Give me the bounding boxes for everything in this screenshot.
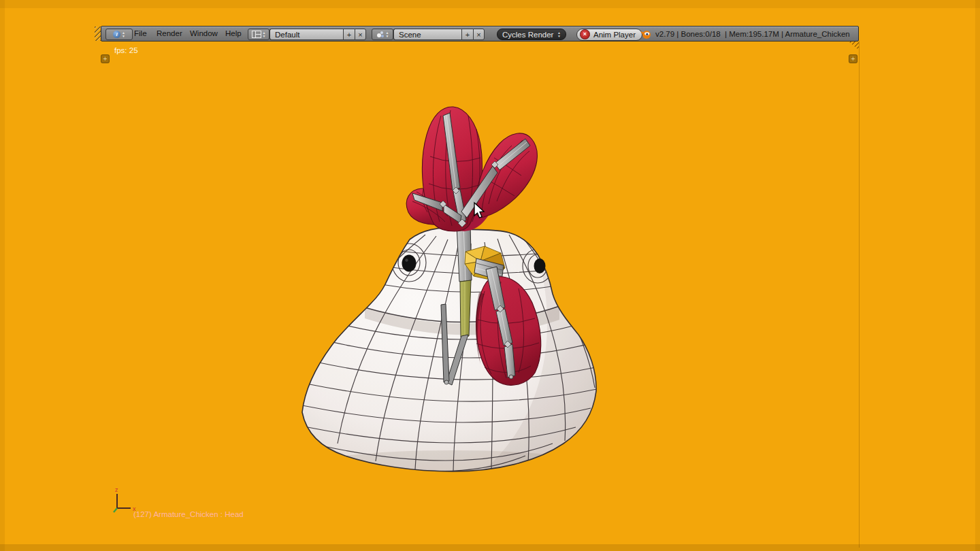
eye-right[interactable] <box>534 258 546 273</box>
close-layout-button[interactable]: × <box>355 29 366 40</box>
screen-layout-icon <box>252 31 261 38</box>
fps-counter: fps: 25 <box>114 46 138 54</box>
chevron-updown-icon: ▲▼ <box>386 31 389 38</box>
add-scene-button[interactable]: + <box>461 29 473 40</box>
chevron-updown-icon: ▲▼ <box>263 31 266 38</box>
chevron-updown-icon: ▲▼ <box>122 31 125 38</box>
frame-shade-left <box>0 0 5 551</box>
status-stats-text: v2.79 | Bones:0/18 | Mem:195.17M | Armat… <box>655 30 850 38</box>
frame-shade-right <box>975 0 980 551</box>
viewport-status-text: (127) Armature_Chicken : Head <box>133 510 244 518</box>
render-engine-select[interactable]: Cycles Render ▲▼ <box>497 29 566 40</box>
axis-y-green <box>114 508 117 512</box>
anim-player-label: Anim Player <box>593 31 636 39</box>
axis-z-label: z <box>115 486 118 493</box>
expand-region-button-right[interactable]: + <box>849 54 858 63</box>
scene-icon <box>376 31 385 38</box>
anim-player-button[interactable]: × Anim Player <box>576 29 642 41</box>
menu-help[interactable]: Help <box>225 29 242 37</box>
menu-window[interactable]: Window <box>190 29 218 37</box>
expand-region-button-left[interactable]: + <box>101 54 110 63</box>
cancel-icon: × <box>580 29 590 39</box>
eye-left-highlight <box>405 258 408 261</box>
frame-shade-top <box>0 0 980 8</box>
menu-render[interactable]: Render <box>157 29 182 37</box>
info-icon: i <box>113 31 120 38</box>
render-engine-value: Cycles Render <box>502 31 553 39</box>
area-border[interactable] <box>859 41 860 548</box>
frame-shade-bottom <box>0 544 980 551</box>
scene-name-field[interactable]: Scene <box>393 29 461 40</box>
editor-type-selector[interactable]: i ▲▼ <box>105 29 133 40</box>
viewport-3d[interactable] <box>286 95 612 483</box>
chicken-model[interactable] <box>302 107 602 483</box>
menu-file[interactable]: File <box>134 29 147 37</box>
info-header: i ▲▼ File Render Window Help ▲▼ Default … <box>101 26 859 41</box>
eye-left[interactable] <box>402 255 416 272</box>
blender-logo-icon <box>640 29 651 39</box>
screen-layout-browser[interactable]: ▲▼ <box>248 29 270 40</box>
close-scene-button[interactable]: × <box>473 29 485 40</box>
area-corner-grip[interactable] <box>846 41 859 52</box>
scene-browser[interactable]: ▲▼ <box>372 29 393 40</box>
axis-gizmo: z x <box>105 486 137 517</box>
screen-layout-name-field[interactable]: Default <box>270 29 343 40</box>
chevron-updown-icon: ▲▼ <box>557 31 561 38</box>
bone-olive-segment <box>460 280 471 337</box>
add-layout-button[interactable]: + <box>343 29 355 40</box>
mouse-cursor-icon <box>472 201 486 219</box>
